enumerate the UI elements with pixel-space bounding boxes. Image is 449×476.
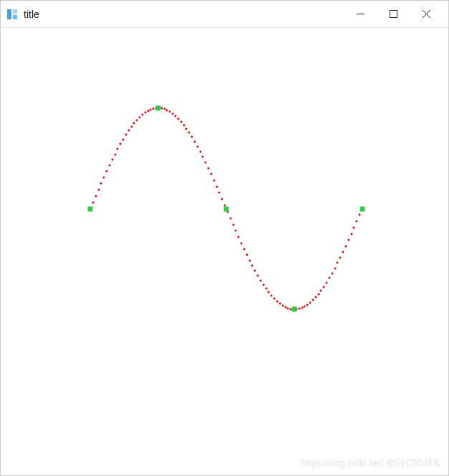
sine-curve-point	[100, 183, 102, 185]
sine-curve-point	[147, 110, 149, 112]
control-points-point	[88, 206, 93, 211]
sine-curve-point	[320, 289, 322, 291]
sine-curve-point	[331, 272, 333, 274]
sine-curve-point	[180, 120, 182, 122]
watermark-text: https://blog.csdn.net/ @51CTO博客	[301, 457, 441, 470]
minimize-button[interactable]	[344, 4, 377, 25]
sine-curve-point	[210, 173, 212, 175]
sine-curve-point	[359, 214, 361, 216]
sine-curve-point	[298, 308, 300, 310]
sine-curve-point	[259, 279, 261, 281]
sine-curve-point	[111, 159, 113, 161]
sine-curve-point	[337, 262, 339, 264]
sine-curve-point	[108, 165, 110, 167]
sine-curve-point	[150, 109, 152, 111]
sine-curve-point	[160, 107, 163, 110]
sine-curve-point	[208, 167, 210, 170]
sine-curve-point	[326, 281, 328, 283]
sine-curve-point	[92, 201, 94, 203]
sine-curve-point	[213, 179, 215, 181]
sine-curve-point	[347, 239, 349, 241]
sine-curve-point	[172, 112, 174, 115]
sine-curve-point	[265, 288, 267, 290]
sine-curve-point	[125, 134, 127, 136]
sine-curve-point	[314, 296, 317, 298]
sine-curve-point	[339, 256, 342, 258]
sine-curve-point	[120, 143, 122, 145]
sine-curve-point	[229, 217, 231, 219]
sine-curve-point	[196, 145, 198, 147]
sine-curve-point	[262, 283, 264, 286]
sine-curve-point	[103, 176, 105, 178]
sine-curve-point	[317, 293, 319, 295]
sine-curve-point	[141, 114, 143, 116]
sine-curve-point	[127, 130, 130, 132]
sine-curve-point	[246, 253, 248, 256]
window-title: title	[24, 9, 39, 20]
sine-curve-point	[312, 299, 314, 301]
control-points-point	[292, 306, 297, 311]
sine-curve-point	[238, 236, 240, 238]
control-points-point	[360, 206, 365, 211]
sine-curve-point	[350, 233, 352, 235]
sine-curve-point	[274, 298, 276, 300]
sine-curve-point	[342, 251, 344, 253]
maximize-button[interactable]	[377, 4, 410, 25]
window-titlebar: title	[1, 1, 448, 28]
sine-curve-point	[284, 306, 286, 308]
sine-curve-point	[301, 306, 303, 309]
sine-curve-point	[257, 275, 259, 277]
sine-curve-point	[268, 291, 270, 293]
sine-curve-point	[279, 303, 281, 305]
sine-curve-point	[328, 277, 330, 279]
sine-curve-point	[117, 148, 119, 150]
sine-curve-point	[323, 286, 325, 288]
sine-curve-point	[243, 248, 245, 250]
sine-curve-point	[130, 126, 132, 128]
sine-curve-point	[276, 301, 279, 303]
svg-rect-2	[13, 15, 17, 19]
sine-curve-point	[356, 220, 358, 223]
window-controls	[344, 4, 443, 25]
sine-curve-point	[97, 188, 100, 190]
sine-curve-point	[221, 198, 223, 200]
sine-curve-point	[185, 127, 188, 130]
sine-curve-point	[191, 136, 193, 138]
sine-curve-point	[216, 185, 218, 188]
control-points-point	[224, 206, 229, 211]
sine-curve-point	[334, 267, 336, 269]
sine-curve-point	[202, 156, 204, 158]
app-icon	[6, 9, 18, 20]
sine-curve-point	[169, 111, 171, 113]
close-button[interactable]	[410, 4, 443, 25]
svg-rect-4	[390, 11, 397, 18]
svg-rect-1	[13, 9, 17, 14]
sine-curve-point	[309, 301, 312, 303]
sine-curve-point	[254, 270, 256, 272]
sine-curve-point	[122, 138, 125, 140]
svg-rect-0	[7, 9, 11, 19]
sine-curve-point	[271, 295, 273, 297]
control-points-point	[156, 106, 161, 111]
sine-curve-point	[166, 110, 168, 112]
sine-curve-point	[144, 112, 146, 114]
sine-curve-point	[344, 245, 347, 247]
sine-curve-point	[232, 223, 234, 225]
sine-curve-point	[133, 122, 135, 125]
sine-curve-point	[174, 115, 176, 117]
sine-curve-point	[153, 107, 155, 110]
sine-curve-point	[199, 150, 201, 152]
sine-curve-point	[106, 170, 108, 173]
sine-curve-point	[287, 307, 289, 309]
sine-curve-point	[241, 242, 243, 244]
sine-curve-point	[188, 132, 190, 134]
sine-curve-point	[248, 259, 251, 261]
sine-curve-point	[114, 153, 116, 155]
sine-curve-point	[353, 227, 355, 229]
sine-curve-point	[281, 304, 284, 306]
sine-curve-point	[205, 162, 207, 164]
sine-curve-point	[218, 192, 221, 194]
sine-curve-point	[304, 306, 306, 308]
sine-curve-point	[183, 124, 185, 126]
sine-curve-point	[136, 119, 138, 121]
